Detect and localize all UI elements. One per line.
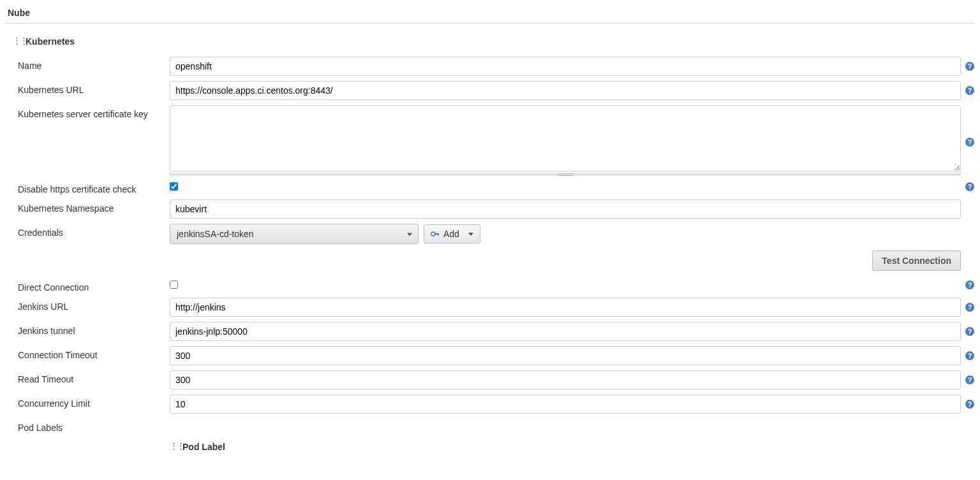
- label-jenkins-url: Jenkins URL: [18, 298, 170, 312]
- help-icon[interactable]: ?: [965, 375, 975, 385]
- row-read-timeout: Read Timeout ?: [18, 368, 975, 392]
- section-header-kubernetes: Kubernetes: [5, 34, 975, 54]
- row-connection-timeout: Connection Timeout ?: [18, 344, 975, 368]
- row-concurrency-limit: Concurrency Limit ?: [18, 392, 975, 416]
- label-jenkins-tunnel: Jenkins tunnel: [18, 322, 170, 336]
- row-name: Name ?: [18, 54, 975, 78]
- row-namespace: Kubernetes Namespace: [18, 197, 975, 221]
- svg-text:?: ?: [968, 328, 972, 335]
- svg-text:?: ?: [968, 352, 972, 360]
- svg-text:?: ?: [968, 183, 972, 191]
- name-input[interactable]: [170, 57, 961, 76]
- pod-label-subsection: Pod Label: [170, 435, 975, 460]
- svg-rect-10: [438, 233, 439, 236]
- add-button-label: Add: [443, 229, 459, 239]
- disable-https-checkbox[interactable]: [170, 182, 178, 191]
- label-namespace: Kubernetes Namespace: [18, 200, 170, 214]
- row-credentials: Credentials jenkinsSA-cd-token Add Te: [18, 221, 975, 276]
- chevron-down-icon: [468, 233, 473, 236]
- row-disable-https: Disable https certificate check ?: [18, 178, 975, 197]
- credentials-select[interactable]: jenkinsSA-cd-token: [170, 224, 419, 244]
- label-direct-connection: Direct Connection: [18, 279, 170, 293]
- label-connection-timeout: Connection Timeout: [18, 346, 170, 360]
- svg-text:?: ?: [968, 87, 972, 94]
- jenkins-url-input[interactable]: [170, 298, 961, 317]
- add-credentials-button[interactable]: Add: [424, 224, 480, 244]
- help-icon[interactable]: ?: [965, 399, 975, 409]
- svg-text:?: ?: [968, 138, 972, 146]
- help-icon[interactable]: ?: [965, 137, 975, 147]
- resize-handle-icon[interactable]: [170, 173, 961, 175]
- svg-text:?: ?: [968, 281, 972, 289]
- page-title: Nube: [5, 5, 975, 24]
- label-disable-https: Disable https certificate check: [18, 180, 170, 194]
- label-name: Name: [18, 57, 170, 71]
- help-icon[interactable]: ?: [965, 182, 975, 192]
- help-icon[interactable]: ?: [965, 326, 975, 337]
- label-concurrency-limit: Concurrency Limit: [18, 395, 170, 409]
- test-connection-button[interactable]: Test Connection: [872, 251, 961, 271]
- svg-text:?: ?: [968, 303, 972, 311]
- label-k8s-url: Kubernetes URL: [18, 81, 170, 95]
- row-k8s-url: Kubernetes URL ?: [18, 78, 975, 103]
- direct-connection-checkbox[interactable]: [170, 280, 178, 289]
- section-title: Kubernetes: [26, 36, 75, 47]
- label-read-timeout: Read Timeout: [18, 370, 170, 384]
- help-icon[interactable]: ?: [965, 280, 975, 290]
- section-header-pod-label: Pod Label: [170, 439, 975, 460]
- row-pod-labels: Pod Labels: [18, 416, 975, 435]
- label-credentials: Credentials: [18, 224, 170, 238]
- help-icon[interactable]: ?: [965, 85, 975, 96]
- read-timeout-input[interactable]: [170, 370, 961, 389]
- help-icon[interactable]: ?: [965, 61, 975, 71]
- row-cert-key: Kubernetes server certificate key ?: [18, 103, 975, 178]
- svg-text:?: ?: [968, 62, 972, 70]
- label-cert-key: Kubernetes server certificate key: [18, 105, 170, 119]
- pod-label-title: Pod Label: [182, 442, 225, 452]
- svg-text:?: ?: [968, 376, 972, 384]
- cert-key-textarea[interactable]: [170, 105, 961, 171]
- help-icon[interactable]: ?: [965, 351, 975, 361]
- concurrency-limit-input[interactable]: [170, 395, 961, 414]
- svg-text:?: ?: [968, 400, 972, 408]
- row-jenkins-tunnel: Jenkins tunnel ?: [18, 319, 975, 344]
- help-icon[interactable]: ?: [965, 302, 975, 312]
- kubernetes-url-input[interactable]: [170, 81, 961, 100]
- key-icon: [431, 231, 440, 237]
- row-jenkins-url: Jenkins URL ?: [18, 295, 975, 319]
- jenkins-tunnel-input[interactable]: [170, 322, 961, 341]
- row-direct-connection: Direct Connection ?: [18, 276, 975, 295]
- label-pod-labels: Pod Labels: [18, 419, 170, 433]
- connection-timeout-input[interactable]: [170, 346, 961, 365]
- drag-handle-icon[interactable]: [170, 442, 177, 451]
- drag-handle-icon[interactable]: [13, 37, 20, 46]
- namespace-input[interactable]: [170, 200, 961, 219]
